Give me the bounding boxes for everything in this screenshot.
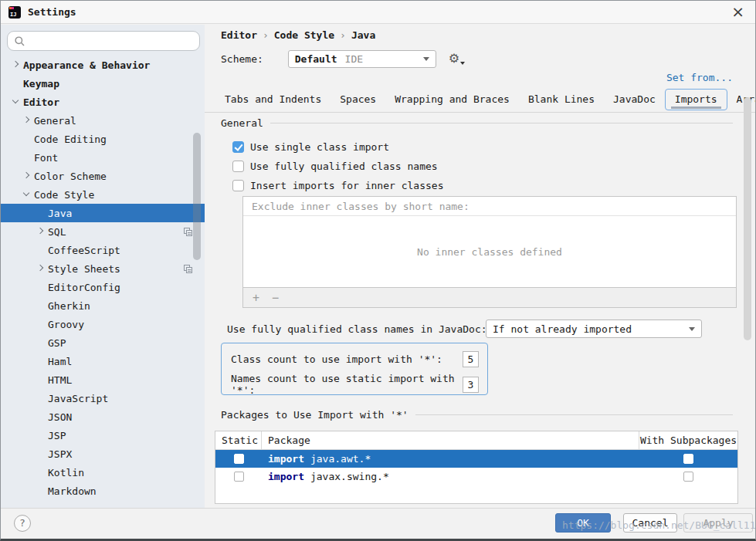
- sidebar-item-gherkin[interactable]: Gherkin: [1, 296, 205, 315]
- tab-arrangement[interactable]: Arrang: [727, 89, 756, 110]
- dropdown-arrow-icon: [423, 57, 429, 61]
- sidebar-item-haml[interactable]: Haml: [1, 352, 205, 370]
- sidebar-item-json[interactable]: JSON: [1, 407, 205, 426]
- help-button[interactable]: ?: [14, 515, 31, 532]
- add-icon[interactable]: +: [253, 291, 259, 305]
- remove-icon[interactable]: −: [272, 291, 279, 305]
- packages-table: Static Package With Subpackages importja…: [215, 431, 738, 504]
- import-counts-group: Class count to use import with '*': 5 Na…: [221, 343, 488, 395]
- exclude-box-toolbar: + −: [243, 287, 736, 307]
- scheme-select[interactable]: Default IDE: [288, 50, 436, 68]
- sidebar-item-markdown[interactable]: Markdown: [1, 482, 205, 500]
- class-count-row: Class count to use import with '*': 5: [231, 351, 479, 367]
- tab-wrapping-and-braces[interactable]: Wrapping and Braces: [385, 89, 519, 110]
- chevron-down-icon: [12, 97, 19, 103]
- scheme-label: Scheme:: [221, 53, 263, 65]
- sidebar-item-gsp[interactable]: GSP: [1, 333, 205, 352]
- breadcrumb: Editor›Code Style›Java: [221, 29, 375, 41]
- tab-javadoc[interactable]: JavaDoc: [604, 89, 665, 110]
- gear-icon[interactable]: ⚙: [449, 51, 465, 66]
- tab-imports[interactable]: Imports: [665, 89, 727, 110]
- checkbox-use-single-class-import[interactable]: Use single class import: [232, 138, 389, 155]
- sidebar-item-java[interactable]: Java: [1, 204, 205, 222]
- code-style-tabs: Tabs and Indents Spaces Wrapping and Bra…: [205, 87, 756, 113]
- footer-bar: ? OK Cancel Apply https://blog.csdn.net/…: [1, 508, 755, 539]
- content-scrollbar[interactable]: [744, 97, 751, 340]
- breadcrumb-separator: ›: [257, 29, 274, 41]
- breadcrumb-separator: ›: [334, 29, 351, 41]
- sidebar-item-editor[interactable]: Editor: [1, 93, 205, 111]
- sidebar-item-code-editing[interactable]: Code Editing: [1, 130, 205, 148]
- watermark-text: https://blog.csdn.net/BUG_call110: [562, 519, 756, 531]
- exclude-box-empty-text: No inner classes defined: [243, 216, 736, 287]
- sidebar-item-html[interactable]: HTML: [1, 370, 205, 389]
- exclude-inner-classes-box: Exclude inner classes by short name: No …: [242, 196, 737, 308]
- exclude-box-header: Exclude inner classes by short name:: [243, 197, 736, 216]
- dialog-title: Settings: [28, 6, 76, 18]
- checkbox[interactable]: [232, 180, 244, 191]
- sidebar-item-color-scheme[interactable]: Color Scheme: [1, 167, 205, 185]
- section-divider: [415, 414, 733, 415]
- checkbox[interactable]: [232, 141, 244, 153]
- search-icon: [14, 36, 25, 47]
- close-icon[interactable]: ×: [731, 2, 744, 21]
- tab-tabs-and-indents[interactable]: Tabs and Indents: [215, 89, 331, 110]
- packages-table-header: Static Package With Subpackages: [215, 431, 737, 450]
- set-from-link[interactable]: Set from...: [666, 72, 733, 83]
- sidebar-item-jspx[interactable]: JSPX: [1, 445, 205, 463]
- sidebar-item-keymap[interactable]: Keymap: [1, 74, 205, 93]
- checkbox-insert-imports-for-inner-classes[interactable]: Insert imports for inner classes: [232, 177, 443, 194]
- checkbox[interactable]: [232, 161, 244, 172]
- column-header-package: Package: [262, 431, 639, 449]
- names-count-input[interactable]: 3: [463, 377, 479, 393]
- chevron-right-icon: [23, 172, 29, 178]
- section-divider: [270, 123, 733, 123]
- sidebar-item-javascript[interactable]: JavaScript: [1, 389, 205, 407]
- scheme-row: Scheme: Default IDE ⚙: [221, 50, 465, 68]
- search-input[interactable]: [30, 33, 199, 49]
- chevron-right-icon: [37, 228, 43, 234]
- sidebar-item-kotlin[interactable]: Kotlin: [1, 463, 205, 482]
- table-row-java-awt[interactable]: importjava.awt.*: [215, 450, 737, 468]
- intellij-logo-icon: [8, 6, 21, 19]
- sidebar-item-general[interactable]: General: [1, 111, 205, 130]
- sidebar-item-code-style[interactable]: Code Style: [1, 185, 205, 204]
- dropdown-arrow-icon: [689, 327, 695, 331]
- settings-sidebar: Appearance & Behavior Keymap Editor Gene…: [1, 25, 205, 509]
- column-header-with-subpackages: With Subpackages: [639, 431, 737, 449]
- copy-settings-icon: [183, 227, 193, 237]
- settings-dialog: Settings × Appearance & Behavior Keymap …: [0, 0, 756, 541]
- chevron-down-icon: [23, 190, 29, 196]
- main-panel: Editor›Code Style›Java Scheme: Default I…: [205, 25, 756, 509]
- sidebar-item-style-sheets[interactable]: Style Sheets: [1, 259, 205, 278]
- chevron-right-icon: [12, 61, 19, 67]
- title-bar: Settings ×: [1, 1, 755, 24]
- javadoc-fqn-label: Use fully qualified class names in JavaD…: [227, 320, 487, 338]
- packages-section-header: Packages to Use Import with '*': [221, 409, 756, 421]
- tab-blank-lines[interactable]: Blank Lines: [519, 89, 604, 110]
- sidebar-item-font[interactable]: Font: [1, 148, 205, 167]
- names-count-row: Names count to use static import with '*…: [231, 373, 479, 396]
- static-checkbox[interactable]: [234, 454, 244, 464]
- with-subpackages-checkbox[interactable]: [683, 472, 693, 482]
- sidebar-item-appearance-behavior[interactable]: Appearance & Behavior: [1, 56, 205, 74]
- with-subpackages-checkbox[interactable]: [683, 454, 693, 464]
- class-count-input[interactable]: 5: [463, 351, 479, 367]
- search-box[interactable]: [7, 31, 200, 51]
- static-checkbox[interactable]: [234, 472, 244, 482]
- sidebar-scrollbar[interactable]: [193, 133, 201, 260]
- sidebar-item-coffeescript[interactable]: CoffeeScript: [1, 241, 205, 259]
- sidebar-item-jsp[interactable]: JSP: [1, 426, 205, 445]
- sidebar-item-editorconfig[interactable]: EditorConfig: [1, 278, 205, 296]
- checkbox-use-fully-qualified-class-names[interactable]: Use fully qualified class names: [232, 157, 438, 174]
- tab-spaces[interactable]: Spaces: [331, 89, 385, 110]
- copy-settings-icon: [183, 264, 193, 274]
- settings-tree: Appearance & Behavior Keymap Editor Gene…: [1, 56, 205, 500]
- chevron-right-icon: [23, 117, 29, 123]
- sidebar-item-groovy[interactable]: Groovy: [1, 315, 205, 333]
- javadoc-fqn-select[interactable]: If not already imported: [486, 320, 702, 338]
- sidebar-item-sql[interactable]: SQL: [1, 222, 205, 241]
- table-row-javax-swing[interactable]: importjavax.swing.*: [215, 468, 737, 485]
- chevron-right-icon: [37, 265, 43, 271]
- column-header-static: Static: [215, 431, 262, 449]
